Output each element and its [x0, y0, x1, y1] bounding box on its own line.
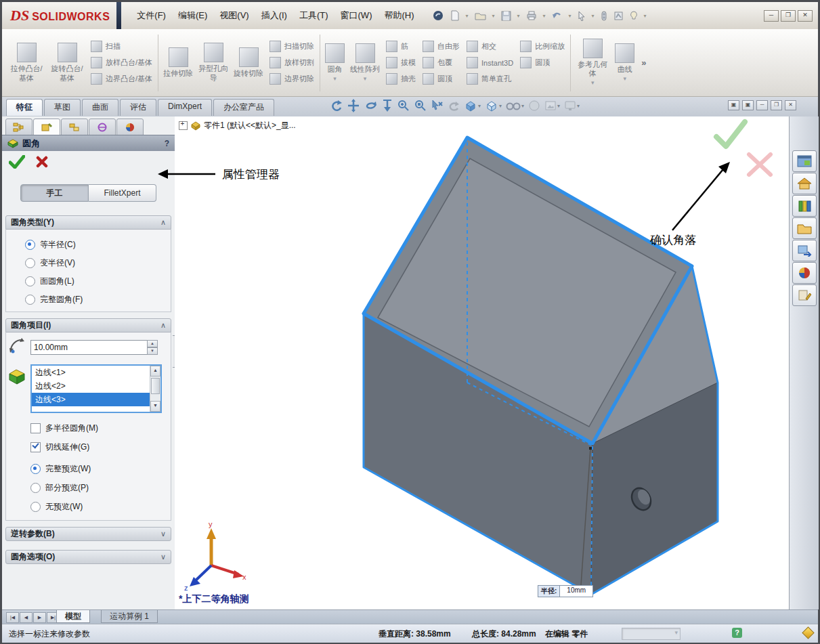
first-study-icon[interactable]: |◀ — [6, 612, 19, 623]
radio-variable-radius[interactable]: 变半径(V) — [25, 257, 75, 269]
apply-scene-icon[interactable]: ▾ — [544, 100, 560, 112]
select-cursor-icon[interactable] — [578, 11, 586, 21]
fillet-items-group-header[interactable]: 圆角项目(I) ∧ — [5, 318, 171, 332]
open-icon[interactable] — [475, 11, 486, 20]
hole-wizard-button[interactable]: 异型孔向导 — [196, 43, 231, 82]
edit-appearance-icon[interactable] — [528, 100, 540, 112]
edge-list-item[interactable]: 边线<1> — [32, 366, 160, 379]
zoom-in-out-icon[interactable] — [397, 100, 410, 112]
menu-file[interactable]: 文件(F) — [131, 7, 172, 24]
select-dropdown-icon[interactable]: ▾ — [592, 13, 595, 19]
status-dropdown[interactable] — [622, 628, 681, 640]
ribbon-overflow-button[interactable]: » — [639, 58, 649, 68]
file-explorer-button[interactable] — [792, 217, 817, 239]
hide-show-items-icon[interactable]: ▾ — [506, 100, 524, 111]
menu-help[interactable]: 帮助(H) — [378, 7, 420, 24]
model-tab[interactable]: 模型 — [56, 610, 90, 623]
forum-window-button[interactable] — [792, 150, 817, 172]
menu-window[interactable]: 窗口(W) — [335, 7, 379, 24]
full-preview-radio[interactable]: 完整预览(W) — [30, 463, 91, 475]
status-help-icon[interactable]: ? — [732, 628, 742, 638]
menu-insert[interactable]: 插入(I) — [255, 7, 293, 24]
edge-list-box[interactable]: 边线<1> 边线<2> 边线<3> ▲ ▼ — [30, 364, 162, 413]
minimize-button[interactable]: ─ — [764, 10, 779, 22]
tab-sketch[interactable]: 草图 — [44, 99, 81, 116]
undo-dropdown-icon[interactable]: ▾ — [569, 13, 571, 19]
edge-list-item-selected[interactable]: 边线<3> — [32, 393, 160, 406]
setback-parameters-header[interactable]: 逆转参数(B) ∨ — [5, 527, 171, 541]
fillet-options-header[interactable]: 圆角选项(O) ∨ — [5, 550, 171, 564]
zoom-to-area-icon[interactable] — [414, 100, 427, 112]
hide-show-dropdown-icon[interactable]: ▾ — [521, 103, 524, 109]
simple-hole-button[interactable]: 简单直孔 — [467, 73, 513, 85]
menu-edit[interactable]: 编辑(E) — [172, 7, 213, 24]
rebuild-icon[interactable] — [601, 11, 607, 21]
previous-view-icon[interactable] — [447, 100, 460, 112]
callout-value[interactable]: 10mm — [560, 585, 593, 597]
tab-surfaces[interactable]: 曲面 — [82, 99, 118, 116]
tangent-propagation-checkbox[interactable]: 切线延伸(G) — [30, 442, 89, 453]
help-lamp-icon[interactable] — [630, 11, 638, 21]
boundary-boss-button[interactable]: 边界凸台/基体 — [91, 73, 152, 85]
wrap-button[interactable]: 包覆 — [423, 57, 460, 68]
save-icon[interactable] — [501, 11, 511, 21]
zoom-to-selection-icon[interactable] — [431, 100, 443, 112]
sweep-button[interactable]: 扫描 — [91, 41, 152, 52]
tab-features[interactable]: 特征 — [6, 99, 43, 116]
doc-window-icon[interactable]: ▣ — [742, 100, 754, 110]
confirm-ok-icon[interactable] — [716, 122, 745, 146]
ok-check-button[interactable] — [9, 155, 25, 171]
dome-button[interactable]: 圆顶 — [423, 73, 460, 85]
edge-list-scrollbar[interactable]: ▲ ▼ — [150, 366, 160, 412]
previous-study-icon[interactable]: ◀ — [20, 612, 33, 623]
save-dropdown-icon[interactable]: ▾ — [517, 13, 520, 19]
doc-minimize-icon[interactable]: ─ — [756, 100, 768, 110]
view-settings-dropdown-icon[interactable]: ▾ — [577, 103, 580, 109]
configurationmanager-tab[interactable] — [61, 119, 88, 135]
undo-icon[interactable] — [552, 11, 563, 20]
no-preview-radio[interactable]: 无预览(W) — [30, 501, 83, 513]
next-study-icon[interactable]: ▶ — [33, 612, 46, 623]
print-icon[interactable] — [526, 11, 537, 20]
lofted-cut-button[interactable]: 放样切割 — [269, 57, 314, 68]
collapse-chevron-icon[interactable]: ∧ — [160, 218, 166, 227]
view-orientation-icon[interactable]: ▾ — [464, 100, 481, 112]
zoom-to-fit-icon[interactable] — [382, 99, 393, 112]
radius-input[interactable] — [30, 340, 151, 355]
view-palette-button[interactable] — [792, 240, 817, 261]
doc-restore-icon[interactable]: ❐ — [771, 100, 782, 110]
expand-chevron-icon[interactable]: ∨ — [160, 530, 166, 538]
radio-constant-radius[interactable]: 等半径(C) — [25, 239, 76, 251]
scroll-thumb[interactable] — [151, 378, 160, 394]
options-gear-icon[interactable] — [613, 11, 624, 21]
dome2-button[interactable]: 圆顶 — [520, 57, 565, 68]
appearances-scenes-button[interactable] — [792, 262, 817, 284]
new-document-icon[interactable] — [450, 10, 460, 21]
swept-cut-button[interactable]: 扫描切除 — [269, 41, 314, 52]
motion-study-tab[interactable]: 运动算例 1 — [101, 610, 158, 623]
design-library-button[interactable] — [792, 195, 817, 217]
help-question[interactable]: ? — [165, 139, 169, 148]
print-dropdown-icon[interactable]: ▾ — [543, 13, 546, 19]
curves-button[interactable]: 曲线 — [612, 43, 637, 83]
rotate-view-icon[interactable] — [329, 99, 343, 112]
revolved-cut-button[interactable]: 旋转切除 — [231, 47, 266, 78]
scene-dropdown-icon[interactable]: ▾ — [557, 103, 560, 109]
scroll-down-icon[interactable]: ▼ — [150, 401, 160, 412]
collapse-chevron-icon[interactable]: ∧ — [160, 321, 166, 330]
display-style-icon[interactable]: ▾ — [485, 100, 502, 112]
fillet-type-group-header[interactable]: 圆角类型(Y) ∧ — [5, 215, 171, 230]
tab-dimxpert[interactable]: DimXpert — [158, 99, 212, 116]
close-button[interactable]: ✕ — [798, 10, 813, 22]
confirm-cancel-icon[interactable] — [749, 154, 771, 175]
fillet-button[interactable]: 圆角 — [322, 43, 347, 83]
pan-icon[interactable] — [347, 99, 360, 112]
open-dropdown-icon[interactable]: ▾ — [492, 13, 495, 19]
radius-callout[interactable]: 半径: 10mm — [538, 585, 593, 597]
scroll-up-icon[interactable]: ▲ — [150, 366, 160, 377]
menu-tools[interactable]: 工具(T) — [293, 7, 335, 24]
rib-button[interactable]: 筋 — [386, 41, 416, 52]
restore-button[interactable]: ❐ — [781, 10, 796, 22]
draft-button[interactable]: 拔模 — [386, 57, 416, 68]
spin-up-icon[interactable]: ▲ — [147, 340, 158, 347]
